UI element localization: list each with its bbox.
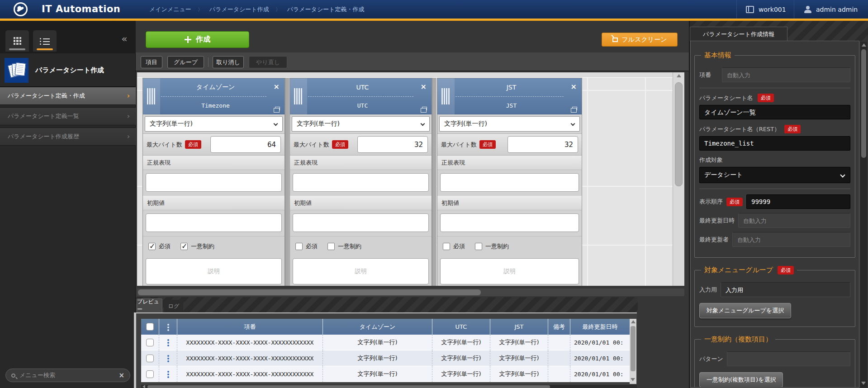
description-textarea[interactable]: 説明 bbox=[146, 258, 282, 284]
table-vertical-scrollbar[interactable] bbox=[630, 319, 636, 384]
regex-input[interactable] bbox=[440, 173, 579, 192]
unique-checkbox[interactable] bbox=[475, 243, 482, 250]
popup-icon[interactable] bbox=[275, 107, 280, 110]
column-header-utc[interactable]: UTC bbox=[432, 319, 490, 335]
table-row[interactable]: XXXXXXXX-XXXX-XXXX-XXXX-XXXXXXXXXXXX 文字列… bbox=[141, 366, 630, 382]
item-rest-name[interactable]: JST bbox=[455, 96, 568, 114]
redo-button[interactable]: やり直し bbox=[249, 56, 287, 68]
kebab-menu-icon[interactable] bbox=[167, 355, 169, 357]
unique-checkbox[interactable] bbox=[180, 243, 188, 250]
row-checkbox[interactable] bbox=[146, 339, 154, 346]
scrollbar-thumb[interactable] bbox=[138, 289, 481, 295]
select-unique-constraint-button[interactable]: 一意制約(複数項目)を選択 bbox=[699, 372, 783, 388]
scroll-up-icon[interactable] bbox=[631, 320, 636, 323]
tab-preview[interactable]: プレビュー bbox=[137, 298, 162, 312]
column-header-timezone[interactable]: タイムゾーン bbox=[323, 319, 432, 335]
group-mode-button[interactable]: グループ bbox=[167, 56, 204, 68]
sheet-rest-name-input[interactable]: Timezone_list bbox=[699, 136, 850, 151]
item-title[interactable]: タイムゾーン bbox=[160, 78, 271, 96]
sheet-name-input[interactable]: タイムゾーン一覧 bbox=[699, 105, 850, 119]
sidebar-item-define-list[interactable]: パラメータシート定義一覧 › bbox=[0, 107, 136, 125]
panel-scrollbar[interactable] bbox=[860, 42, 867, 388]
sidebar-collapse-button[interactable]: « bbox=[116, 30, 133, 47]
popup-icon[interactable] bbox=[422, 107, 427, 110]
scrollbar-thumb[interactable] bbox=[861, 49, 866, 158]
required-checkbox[interactable] bbox=[295, 243, 303, 250]
scrollbar-thumb[interactable] bbox=[675, 82, 683, 186]
search-clear-icon[interactable]: × bbox=[119, 371, 124, 379]
sidebar-tab-list[interactable] bbox=[33, 30, 57, 52]
breadcrumb-sheet-create[interactable]: パラメータシート作成 bbox=[209, 5, 269, 14]
scrollbar-thumb[interactable] bbox=[147, 385, 550, 388]
tab-log[interactable]: ログ bbox=[164, 300, 183, 312]
close-icon[interactable]: × bbox=[421, 82, 427, 91]
scroll-up-icon[interactable] bbox=[862, 43, 866, 47]
select-menu-group-button[interactable]: 対象メニューグループを選択 bbox=[699, 303, 791, 318]
workspace-switcher[interactable]: work001 bbox=[746, 0, 786, 19]
row-checkbox[interactable] bbox=[146, 355, 154, 362]
canvas-horizontal-scrollbar[interactable] bbox=[137, 289, 684, 296]
last-updater-input[interactable]: 自動入力 bbox=[732, 232, 850, 247]
item-rest-name[interactable]: UTC bbox=[307, 96, 418, 114]
display-order-input[interactable]: 99999 bbox=[746, 194, 850, 209]
item-type-select[interactable]: 文字列(単一行) bbox=[145, 116, 283, 132]
max-byte-input[interactable]: 32 bbox=[508, 136, 578, 153]
scrollbar-thumb[interactable] bbox=[631, 326, 636, 371]
close-icon[interactable]: × bbox=[571, 82, 577, 91]
undo-button[interactable]: 取り消し bbox=[213, 56, 244, 68]
column-header-jst[interactable]: JST bbox=[490, 319, 548, 335]
drag-handle[interactable] bbox=[143, 78, 160, 114]
fullscreen-button[interactable]: フルスクリーン bbox=[602, 33, 678, 47]
item-title[interactable]: JST bbox=[455, 78, 568, 96]
select-all-checkbox[interactable] bbox=[146, 323, 154, 331]
user-menu[interactable]: admin admin bbox=[804, 0, 858, 19]
description-textarea[interactable]: 説明 bbox=[293, 258, 429, 284]
column-header-updated[interactable]: 最終更新日時 bbox=[570, 319, 630, 335]
column-header-item-no[interactable]: 項番 bbox=[177, 319, 323, 335]
default-input[interactable] bbox=[293, 213, 429, 232]
item-title[interactable]: UTC bbox=[307, 78, 418, 96]
scroll-left-icon[interactable] bbox=[142, 385, 145, 388]
unique-checkbox[interactable] bbox=[327, 243, 335, 250]
create-target-select[interactable]: データシート bbox=[699, 167, 850, 183]
last-updated-input[interactable]: 自動入力 bbox=[738, 213, 850, 228]
menu-search-input[interactable]: メニュー検索 × bbox=[5, 369, 130, 382]
sidebar-item-create-history[interactable]: パラメータシート作成履歴 › bbox=[0, 128, 136, 146]
input-use-field[interactable]: 入力用 bbox=[721, 282, 850, 297]
items-mode-button[interactable]: 項目 bbox=[141, 56, 162, 68]
required-checkbox[interactable] bbox=[443, 243, 450, 250]
table-row[interactable]: XXXXXXXX-XXXX-XXXX-XXXX-XXXXXXXXXXXX 文字列… bbox=[141, 335, 630, 350]
close-icon[interactable]: × bbox=[274, 82, 280, 91]
canvas-vertical-scrollbar[interactable] bbox=[673, 72, 684, 286]
table-row[interactable]: XXXXXXXX-XXXX-XXXX-XXXX-XXXXXXXXXXXX 文字列… bbox=[141, 350, 630, 366]
regex-input[interactable] bbox=[146, 173, 282, 192]
default-input[interactable] bbox=[440, 213, 579, 232]
kebab-menu-icon[interactable] bbox=[167, 371, 169, 373]
regex-input[interactable] bbox=[293, 173, 429, 192]
create-button[interactable]: 作成 bbox=[146, 31, 249, 48]
max-byte-input[interactable]: 64 bbox=[210, 136, 281, 153]
description-textarea[interactable]: 説明 bbox=[440, 258, 579, 284]
breadcrumb-main-menu[interactable]: メインメニュー bbox=[149, 5, 191, 14]
kebab-menu-icon[interactable] bbox=[167, 339, 169, 341]
item-no-input[interactable]: 自動入力 bbox=[722, 67, 850, 82]
required-checkbox[interactable] bbox=[148, 243, 156, 250]
default-input[interactable] bbox=[146, 213, 282, 232]
item-type-select[interactable]: 文字列(単一行) bbox=[439, 116, 580, 132]
item-rest-name[interactable]: Timezone bbox=[160, 96, 271, 114]
column-header-remarks[interactable]: 備考 bbox=[548, 319, 570, 335]
table-horizontal-scrollbar[interactable] bbox=[141, 385, 637, 388]
scroll-up-icon[interactable] bbox=[677, 74, 681, 77]
sidebar-tab-grid[interactable] bbox=[5, 30, 29, 52]
row-checkbox[interactable] bbox=[146, 370, 154, 378]
item-type-select[interactable]: 文字列(単一行) bbox=[292, 116, 430, 132]
pattern-input[interactable] bbox=[727, 351, 850, 366]
tab-sheet-info[interactable]: パラメータシート作成情報 bbox=[690, 27, 787, 41]
scroll-down-icon[interactable] bbox=[861, 382, 866, 385]
drag-handle[interactable] bbox=[290, 78, 307, 114]
sidebar-item-define-create[interactable]: パラメータシート定義・作成 › bbox=[0, 87, 136, 105]
popup-icon[interactable] bbox=[572, 107, 577, 110]
scroll-down-icon[interactable] bbox=[631, 378, 635, 381]
max-byte-input[interactable]: 32 bbox=[357, 136, 428, 153]
drag-handle[interactable] bbox=[437, 78, 455, 114]
